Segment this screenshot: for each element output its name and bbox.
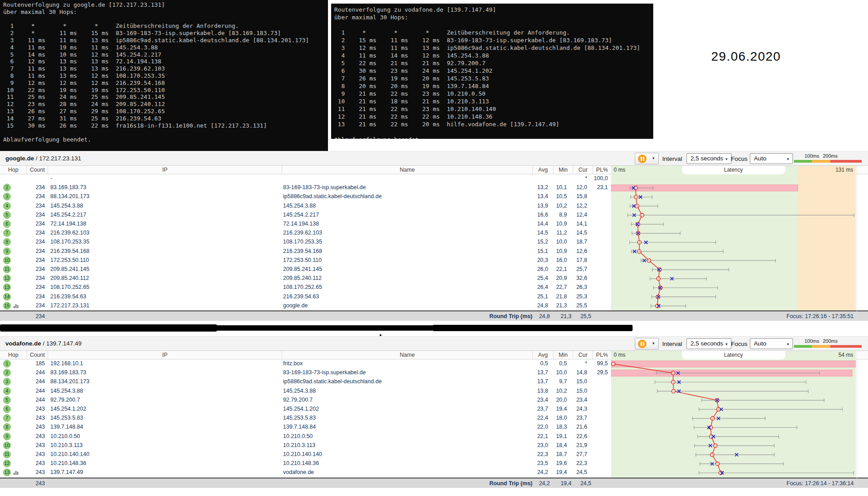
table-row-hop-11[interactable]: 11234209.85.241.145209.85.241.14526,022,… [0, 265, 611, 274]
table-row-hop-2[interactable]: 224483.169.183.7383-169-183-73-isp.super… [0, 368, 611, 377]
cell-cur: * [568, 360, 587, 367]
cell-min: 10,5 [549, 193, 567, 199]
footer-avg: 24,2 [529, 480, 550, 487]
pause-dropdown-button[interactable]: ▼ [649, 338, 659, 350]
cell-avg: 23,4 [528, 397, 548, 403]
table-row-hop-14[interactable]: 14234216.239.54.63216.239.54.6325,121,82… [0, 292, 611, 301]
hop-badge: 5 [3, 211, 11, 219]
column-header-pl[interactable]: PL% [593, 166, 611, 174]
cell-cur: 15,0 [568, 388, 587, 394]
cell-min: 18,4 [549, 442, 567, 448]
table-row-hop-8[interactable]: 8234108.170.253.35108.170.253.3515,210,0… [0, 238, 611, 247]
cell-ip: 10.210.148.36 [50, 460, 86, 466]
column-header-ip[interactable]: IP [48, 351, 282, 359]
cell-count: 234 [21, 212, 45, 218]
axis-zero-label: 0 ms [614, 352, 625, 358]
panel-target-title: vodafone.de / 139.7.147.49 [5, 340, 82, 347]
table-row-hop-10[interactable]: 1024310.210.3.11310.210.3.11323,018,421,… [0, 441, 611, 450]
cell-count: 244 [21, 397, 45, 403]
cell-cur: 12,0 [568, 184, 587, 190]
table-row-hop-3[interactable]: 324488.134.201.173ip5886c9ad.static.kabe… [0, 377, 611, 386]
table-row-hop-3[interactable]: 323488.134.201.173ip5886c9ad.static.kabe… [0, 192, 611, 201]
date-label: 29.06.2020 [711, 49, 781, 64]
table-row-hop-7[interactable]: 7234216.239.62.103216.239.62.10314,511,2… [0, 229, 611, 238]
table-row-hop-15[interactable]: 15234172.217.23.131google.de24,821,325,5 [0, 301, 611, 310]
table-row-hop-6[interactable]: 6243145.254.1.202145.254.1.20223,719,424… [0, 405, 611, 414]
cell-name: 209.85.241.145 [283, 266, 322, 272]
column-header-min[interactable]: Min [554, 351, 573, 359]
table-row-hop-5[interactable]: 5234145.254.2.217145.254.2.21716,68,912,… [0, 211, 611, 220]
table-header: Hop Count IP Name Avg Min Cur PL% 0 ms L… [0, 166, 868, 174]
cell-min: 20,9 [549, 275, 567, 281]
cell-count: 243 [21, 415, 45, 421]
cell-avg: 24,8 [528, 302, 548, 309]
cell-ip: 216.239.54.168 [50, 248, 89, 254]
column-header-count[interactable]: Count [27, 351, 48, 359]
legend-200ms-label: 200ms [823, 338, 837, 344]
target-host: google.de [5, 155, 34, 162]
pause-button[interactable] [635, 338, 649, 350]
cell-min: 10,1 [549, 184, 567, 190]
table-row-hop-4[interactable]: 4244145.254.3.88145.254.3.8813,810,215,0 [0, 387, 611, 396]
axis-max-label: 131 ms [836, 167, 853, 173]
table-row-hop-1[interactable]: 1185192.168.10.1fritz.box0,50,5*99,5 [0, 359, 611, 368]
cell-cur: 22,6 [568, 433, 587, 439]
table-row-hop-5[interactable]: 524492.79.200.792.79.200.723,420,023,4 [0, 396, 611, 405]
cell-name: 209.85.240.112 [283, 275, 322, 281]
latency-axis-header: 0 ms Latency 131 ms [611, 166, 856, 174]
column-header-hop[interactable]: Hop [0, 351, 27, 359]
cell-name: 83-169-183-73-isp.superkabel.de [283, 369, 366, 376]
cell-avg: 22,1 [528, 433, 548, 439]
table-row-hop-2[interactable]: 223483.169.183.7383-169-183-73-isp.super… [0, 183, 611, 192]
cell-ip: 209.85.240.112 [50, 275, 89, 281]
column-header-min[interactable]: Min [554, 166, 573, 174]
column-header-name[interactable]: Name [282, 351, 533, 359]
panel-titlebar: google.de / 172.217.23.131 ▼ Interval 2,… [0, 151, 868, 166]
pause-button[interactable] [635, 153, 649, 164]
table-row-hop-10[interactable]: 10234172.253.50.110172.253.50.11020,316,… [0, 256, 611, 265]
pause-dropdown-button[interactable]: ▼ [649, 153, 659, 164]
table-row-hop-9[interactable]: 9234216.239.54.168216.239.54.16815,110,9… [0, 247, 611, 256]
table-row-hop-6[interactable]: 623472.14.194.13872.14.194.13814,410,914… [0, 220, 611, 229]
column-header-pl[interactable]: PL% [593, 351, 611, 359]
table-row-hop-13[interactable]: 13234108.170.252.65108.170.252.6526,422,… [0, 283, 611, 292]
cell-cur: 12,2 [568, 203, 587, 209]
column-header-hop[interactable]: Hop [0, 166, 27, 174]
cell-cur: 18,7 [568, 239, 587, 245]
column-header-cur[interactable]: Cur [573, 166, 593, 174]
cell-avg: 16,6 [528, 212, 548, 218]
table-row-hop-13[interactable]: 13243139.7.147.49vodafone.de24,219,424,5 [0, 468, 611, 477]
table-row-hop-7[interactable]: 7243145.253.5.83145.253.5.8322,418,023,7 [0, 414, 611, 423]
table-row-hop-8[interactable]: 8243139.7.148.84139.7.148.8422,018,321,6 [0, 423, 611, 432]
interval-select[interactable]: 2,5 seconds▼ [686, 153, 731, 164]
table-row-hop-12[interactable]: 12234209.85.240.112209.85.240.11225,420,… [0, 274, 611, 283]
cell-ip: 145.254.3.88 [50, 388, 83, 394]
cell-min: 21,3 [549, 302, 567, 309]
hop-badge: 2 [3, 184, 11, 191]
cell-min: 22,7 [549, 284, 567, 290]
target-separator: / [41, 340, 46, 347]
table-row-hop-4[interactable]: 4234145.254.3.88145.254.3.8813,910,212,2 [0, 202, 611, 211]
cell-name: 172.253.50.110 [283, 257, 322, 263]
focus-select[interactable]: Auto▼ [750, 153, 793, 164]
terminal-tracert-vodafone: Routenverfolgung zu vodafone.de [139.7.1… [331, 4, 653, 139]
cell-name: fritz.box [283, 360, 303, 367]
table-row-hop-none[interactable]: -*100,0 [0, 174, 611, 183]
table-row-hop-9[interactable]: 924310.210.0.5010.210.0.5022,119,122,6 [0, 432, 611, 441]
column-header-ip[interactable]: IP [48, 166, 282, 174]
focus-select[interactable]: Auto▼ [750, 338, 793, 349]
cell-avg: 20,3 [528, 257, 548, 263]
table-row-hop-12[interactable]: 1224310.210.148.3610.210.148.3623,519,62… [0, 459, 611, 468]
cell-cur: 25,3 [568, 293, 587, 300]
interval-select[interactable]: 2,5 seconds▼ [686, 338, 731, 349]
hop-badge: 7 [3, 414, 11, 422]
redaction-bar [0, 324, 217, 332]
table-row-hop-11[interactable]: 1124310.210.140.14010.210.140.14022,318,… [0, 450, 611, 459]
column-header-avg[interactable]: Avg [533, 351, 554, 359]
column-header-cur[interactable]: Cur [573, 351, 593, 359]
column-header-name[interactable]: Name [282, 166, 533, 174]
column-header-count[interactable]: Count [27, 166, 48, 174]
cell-name: 216.239.54.63 [283, 293, 319, 300]
column-header-avg[interactable]: Avg [533, 166, 554, 174]
cell-ip: 172.253.50.110 [50, 257, 89, 263]
